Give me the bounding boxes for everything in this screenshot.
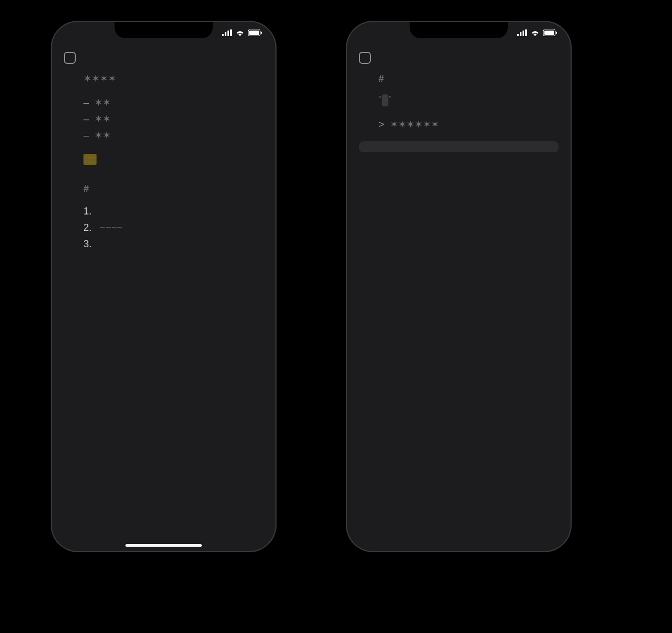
task-checkbox[interactable] <box>64 52 76 64</box>
dash-marker: – <box>83 128 89 142</box>
heading[interactable]: # <box>379 71 559 86</box>
wifi-icon <box>235 29 245 36</box>
bold-syntax: ✶✶ <box>423 119 439 130</box>
num-marker: 2. <box>83 220 94 235</box>
heading[interactable]: # <box>83 182 263 196</box>
bullet-list[interactable]: –✶✶ –✶✶ –✶✶ <box>83 95 263 142</box>
cellular-signal-icon <box>222 29 232 36</box>
svg-rect-12 <box>544 31 554 35</box>
svg-rect-1 <box>225 32 226 36</box>
list-item[interactable]: 2.~~~~ <box>83 220 263 235</box>
svg-rect-2 <box>227 31 229 36</box>
strike-syntax: ~~ <box>111 222 123 233</box>
ordered-list[interactable]: 1. 2.~~~~ 3. <box>83 204 263 251</box>
sponge-paragraph[interactable]: :::: <box>83 152 263 166</box>
num-marker: 3. <box>83 237 94 251</box>
battery-icon <box>543 29 557 36</box>
cellular-signal-icon <box>517 29 527 36</box>
svg-rect-7 <box>517 34 519 36</box>
code-block[interactable] <box>359 141 559 152</box>
svg-rect-10 <box>525 29 527 36</box>
italic-syntax: ✶ <box>94 130 103 141</box>
note-content[interactable]: ✶✶✶✶ –✶✶ –✶✶ –✶✶ :::: # 1. 2.~~~~ 3. <box>52 40 275 251</box>
status-icons <box>222 29 262 36</box>
list-item[interactable]: –✶✶ <box>83 112 263 126</box>
italic-syntax: ✶ <box>94 114 103 124</box>
blockquote[interactable]: > ✶✶✶✶✶✶ <box>379 117 559 132</box>
list-item[interactable]: –✶✶ <box>83 128 263 142</box>
bold-syntax: ✶✶ <box>100 73 116 84</box>
italic-syntax: ✶ <box>103 114 111 124</box>
task-checkbox[interactable] <box>359 52 371 64</box>
italic-syntax: ✶ <box>103 130 111 141</box>
dash-marker: – <box>83 95 89 110</box>
bold-syntax: ✶✶ <box>406 119 423 130</box>
italic-syntax: ✶ <box>94 97 103 108</box>
italic-syntax: ✶ <box>398 119 406 130</box>
notch <box>410 22 508 38</box>
hash-syntax: # <box>379 71 384 86</box>
num-marker: 1. <box>83 204 94 218</box>
intro-paragraph[interactable]: ✶✶✶✶ <box>83 71 263 86</box>
svg-rect-3 <box>230 29 232 36</box>
italic-syntax: ✶ <box>390 119 398 130</box>
status-icons <box>517 29 557 36</box>
svg-rect-0 <box>222 34 224 36</box>
highlight-text: :::: <box>83 154 97 165</box>
svg-rect-5 <box>249 31 259 35</box>
wifi-icon <box>530 29 540 36</box>
phone-frame-left: ✶✶✶✶ –✶✶ –✶✶ –✶✶ :::: # 1. 2.~~~~ 3. <box>52 22 275 551</box>
battery-icon <box>248 29 262 36</box>
note-content[interactable]: # `` > ✶✶✶✶✶✶ <box>347 40 571 152</box>
svg-rect-9 <box>523 31 524 36</box>
intro-paragraph[interactable]: `` <box>379 93 559 108</box>
dash-marker: – <box>83 112 89 126</box>
task-title-row <box>359 50 559 64</box>
hash-syntax: # <box>83 182 89 196</box>
bold-syntax: ✶✶ <box>83 73 100 84</box>
quote-marker: > <box>379 117 385 132</box>
italic-syntax: ✶ <box>103 97 111 108</box>
list-item[interactable]: –✶✶ <box>83 95 263 110</box>
task-title-row <box>64 50 263 64</box>
strike-syntax: ~~ <box>100 222 111 233</box>
phone-frame-right: # `` > ✶✶✶✶✶✶ <box>347 22 571 551</box>
list-item[interactable]: 1. <box>83 204 263 218</box>
svg-rect-13 <box>556 32 557 34</box>
inline-code <box>382 94 388 106</box>
code-syntax: ` <box>388 95 392 106</box>
svg-rect-8 <box>520 32 521 36</box>
list-item[interactable]: 3. <box>83 237 263 251</box>
notch <box>115 22 213 38</box>
home-indicator[interactable] <box>125 544 202 547</box>
svg-rect-6 <box>261 32 262 34</box>
